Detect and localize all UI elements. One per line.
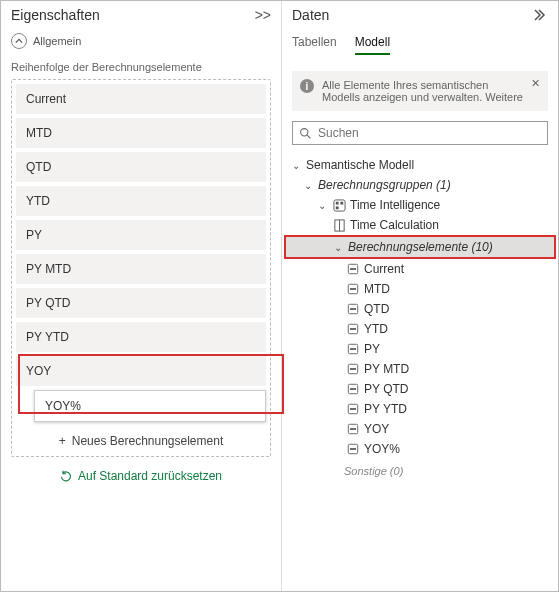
svg-rect-21 [350,388,356,390]
tab-modell[interactable]: Modell [355,35,390,55]
tree-time-intelligence[interactable]: ⌄ Time Intelligence [284,195,556,215]
tree-item[interactable]: PY QTD [284,379,556,399]
collapse-left-icon[interactable]: >> [255,7,271,23]
svg-rect-5 [335,206,338,209]
info-text: Alle Elemente Ihres semantischen Modells… [322,79,523,103]
tree-item[interactable]: Current [284,259,556,279]
close-icon[interactable]: ✕ [531,77,540,90]
tree-root-label: Semantische Modell [306,158,414,172]
tree-item[interactable]: MTD [284,279,556,299]
svg-rect-23 [350,408,356,410]
list-item[interactable]: PY MTD [16,254,266,284]
tree-item[interactable]: YOY [284,419,556,439]
svg-point-0 [301,128,308,135]
tree-item-label: PY MTD [364,362,409,376]
model-tree: ⌄ Semantische Modell ⌄ Berechnungsgruppe… [284,155,556,477]
properties-header: Eigenschaften >> [1,1,281,27]
section-allgemein[interactable]: Allgemein [1,27,281,55]
tree-item[interactable]: PY MTD [284,359,556,379]
calc-item-icon [346,402,360,416]
tree-item-label: PY [364,342,380,356]
reset-default-label: Auf Standard zurücksetzen [78,469,222,483]
list-item[interactable]: MTD [16,118,266,148]
calc-item-icon [346,422,360,436]
svg-rect-15 [350,328,356,330]
tree-groups-label: Berechnungsgruppen (1) [318,178,451,192]
svg-rect-13 [350,308,356,310]
tree-calc-items[interactable]: ⌄ Berechnungselemente (10) [284,235,556,259]
chevron-down-icon: ⌄ [292,160,302,171]
svg-rect-9 [350,268,356,270]
svg-rect-27 [350,448,356,450]
search-input-wrapper[interactable] [292,121,548,145]
tree-item-label: YTD [364,322,388,336]
svg-rect-19 [350,368,356,370]
tree-time-calculation[interactable]: Time Calculation [284,215,556,235]
list-item[interactable]: YOY [16,356,266,386]
calc-item-icon [346,342,360,356]
calc-group-icon [332,198,346,212]
chevron-up-circle-icon [11,33,27,49]
svg-rect-11 [350,288,356,290]
data-header: Daten [282,1,558,27]
svg-line-1 [307,135,310,138]
search-input[interactable] [318,126,541,140]
calc-item-icon [346,382,360,396]
calc-item-icon [346,362,360,376]
reset-default-button[interactable]: Auf Standard zurücksetzen [1,463,281,489]
tree-calc-items-label: Berechnungselemente (10) [348,240,493,254]
properties-panel: Eigenschaften >> Allgemein Reihenfolge d… [1,1,282,591]
tree-item[interactable]: PY YTD [284,399,556,419]
search-icon [299,127,312,140]
list-item-dragging[interactable]: YOY% [34,390,266,422]
tree-item-label: PY YTD [364,402,407,416]
info-line1: Alle Elemente Ihres semantischen [322,79,523,91]
tree-item-label: PY QTD [364,382,408,396]
list-item[interactable]: PY QTD [16,288,266,318]
calc-item-icon [346,282,360,296]
calc-item-icon [346,262,360,276]
tree-time-intel-label: Time Intelligence [350,198,440,212]
tree-item-label: QTD [364,302,389,316]
list-item[interactable]: QTD [16,152,266,182]
calc-item-icon [346,302,360,316]
tree-item-label: Current [364,262,404,276]
list-item[interactable]: Current [16,84,266,114]
data-panel: Daten Tabellen Modell i Alle Elemente Ih… [282,1,558,591]
svg-rect-3 [335,201,338,204]
svg-rect-25 [350,428,356,430]
tree-root[interactable]: ⌄ Semantische Modell [284,155,556,175]
calc-items-list: Current MTD QTD YTD PY PY MTD PY QTD PY … [11,79,271,457]
chevron-down-icon: ⌄ [318,200,328,211]
tree-item[interactable]: YTD [284,319,556,339]
tab-tabellen[interactable]: Tabellen [292,35,337,55]
svg-rect-2 [333,199,344,210]
column-icon [332,218,346,232]
list-item[interactable]: YTD [16,186,266,216]
list-item[interactable]: PY YTD [16,322,266,352]
chevron-down-icon: ⌄ [304,180,314,191]
tree-item[interactable]: PY [284,339,556,359]
calc-item-icon [346,442,360,456]
info-line2: Modells anzeigen und verwalten. Weitere [322,91,523,103]
list-item[interactable]: PY [16,220,266,250]
tree-item-label: YOY [364,422,389,436]
tree-other[interactable]: Sonstige (0) [284,459,556,477]
tree-item[interactable]: YOY% [284,439,556,459]
collapse-right-icon[interactable] [534,8,548,22]
section-allgemein-label: Allgemein [33,35,81,47]
tree-item-label: YOY% [364,442,400,456]
undo-icon [60,470,72,482]
tree-groups[interactable]: ⌄ Berechnungsgruppen (1) [284,175,556,195]
tree-item-label: MTD [364,282,390,296]
tree-item[interactable]: QTD [284,299,556,319]
tabs: Tabellen Modell [282,27,558,63]
add-calc-item-button[interactable]: + Neues Berechnungselement [16,426,266,452]
plus-icon: + [59,434,66,448]
calc-item-icon [346,322,360,336]
add-calc-item-label: Neues Berechnungselement [72,434,223,448]
svg-rect-17 [350,348,356,350]
tree-time-calc-label: Time Calculation [350,218,439,232]
info-icon: i [300,79,314,93]
info-banner: i Alle Elemente Ihres semantischen Model… [292,71,548,111]
